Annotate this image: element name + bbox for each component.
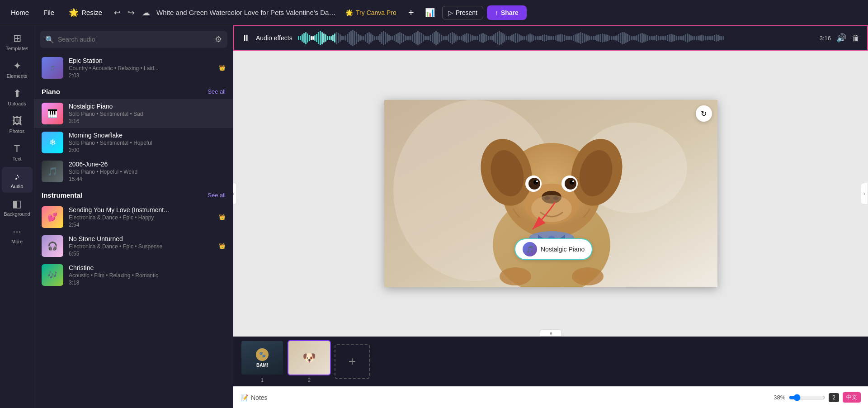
instrumental-section-header: Instrumental See all: [34, 186, 233, 203]
slide-thumb-1[interactable]: 🐾 BAM!: [241, 340, 284, 375]
collapse-right-panel-button[interactable]: ›: [861, 183, 868, 204]
notes-button[interactable]: 📝 Notes: [241, 394, 268, 401]
sidebar-item-label: Elements: [7, 73, 28, 79]
pro-crown-icon: 👑: [219, 243, 226, 249]
volume-button[interactable]: 🔊: [836, 33, 846, 43]
arrow-indicator: [519, 198, 573, 234]
slide-page-number-2: 2: [308, 377, 311, 383]
redo-button[interactable]: ↪: [125, 5, 137, 20]
track-name: Sending You My Love (Instrument...: [69, 206, 212, 213]
track-thumbnail: 🎶: [42, 264, 63, 286]
sidebar-item-templates[interactable]: ⊞ Templates: [2, 29, 33, 55]
filmstrip-item: 🐾 BAM! 1: [241, 340, 284, 383]
bottom-bar: 📝 Notes 38% 2 中文: [233, 386, 868, 408]
track-duration: 15:44: [69, 176, 226, 182]
sidebar-item-background[interactable]: ◧ Background: [2, 195, 33, 220]
sidebar-item-label: Text: [12, 156, 21, 161]
track-tags: Electronica & Dance • Epic • Happy: [69, 214, 212, 221]
zoom-percent: 38%: [774, 394, 785, 401]
list-item[interactable]: 🎵 2006-June-26 Solo Piano • Hopeful • We…: [34, 157, 233, 186]
try-pro-button[interactable]: 🌟 Try Canva Pro: [341, 6, 401, 19]
cloud-button[interactable]: ☁: [139, 5, 153, 20]
track-tags: Solo Piano • Sentimental • Hopeful: [69, 140, 226, 146]
piano-section-title: Piano: [42, 88, 60, 95]
page-number-button[interactable]: 2: [829, 393, 839, 402]
instrumental-section-title: Instrumental: [42, 191, 82, 199]
sidebar-item-uploads[interactable]: ⬆ Uploads: [2, 84, 33, 110]
delete-audio-button[interactable]: 🗑: [852, 33, 860, 43]
sidebar-item-photos[interactable]: 🖼 Photos: [2, 112, 33, 138]
notes-icon: 📝: [241, 394, 248, 401]
file-button[interactable]: File: [38, 6, 60, 19]
sidebar-item-label: Uploads: [8, 101, 26, 106]
filmstrip: 🐾 BAM! 1 🐶 2 +: [233, 337, 868, 386]
sidebar-item-audio[interactable]: ♪ Audio: [2, 167, 33, 193]
list-item[interactable]: 🎵 Epic Station Country • Acoustic • Rela…: [34, 53, 233, 82]
svg-point-20: [572, 180, 574, 182]
track-tags: Acoustic • Film • Relaxing • Romantic: [69, 272, 226, 279]
pro-crown-icon: 👑: [219, 214, 226, 220]
zoom-slider[interactable]: [789, 394, 825, 401]
slide-thumb-2[interactable]: 🐶: [288, 340, 331, 375]
track-info: Epic Station Country • Acoustic • Relaxi…: [69, 57, 212, 79]
track-thumbnail: 💕: [42, 206, 63, 228]
sidebar-item-label: Audio: [10, 184, 23, 189]
track-thumbnail: ❄: [42, 132, 63, 153]
track-tags: Electronica & Dance • Epic • Suspense: [69, 243, 212, 250]
chart-button[interactable]: 📊: [421, 6, 439, 19]
elements-icon: ✦: [13, 60, 21, 72]
undo-button[interactable]: ↩: [111, 5, 123, 20]
list-item[interactable]: 💕 Sending You My Love (Instrument... Ele…: [34, 203, 233, 232]
collapse-left-panel-button[interactable]: ‹: [233, 183, 237, 204]
track-info: Morning Snowflake Solo Piano • Sentiment…: [69, 132, 226, 153]
filmstrip-item: 🐶 2: [288, 340, 331, 383]
list-item[interactable]: 🎶 Christine Acoustic • Film • Relaxing •…: [34, 261, 233, 289]
track-thumbnail: 🎹: [42, 103, 63, 124]
canvas-slide[interactable]: 🎵 Nostalgic Piano ↻: [384, 100, 717, 287]
audio-label-bubble[interactable]: 🎵 Nostalgic Piano: [514, 238, 593, 260]
photos-icon: 🖼: [12, 115, 22, 127]
share-button[interactable]: ↑ Share: [487, 5, 527, 20]
home-button[interactable]: Home: [5, 6, 34, 19]
track-thumbnail: 🎧: [42, 235, 63, 257]
audio-panel: 🔍 ⚙ 🎵 Epic Station Country • Acoustic • …: [34, 25, 233, 408]
play-pause-button[interactable]: ⏸: [241, 33, 250, 43]
track-name: Morning Snowflake: [69, 132, 226, 139]
add-button[interactable]: +: [405, 5, 418, 20]
list-item[interactable]: ❄ Morning Snowflake Solo Piano • Sentime…: [34, 128, 233, 157]
topbar-right: 🌟 Try Canva Pro + 📊 ▷ Present ↑ Share: [341, 5, 527, 20]
piano-see-all-button[interactable]: See all: [208, 88, 226, 95]
audio-bubble-label: Nostalgic Piano: [541, 246, 585, 253]
waveform-bar: ⏸ Audio effects 3:16 🔊 🗑: [233, 25, 868, 51]
present-icon: ▷: [448, 9, 453, 16]
waveform-duration: 3:16: [820, 35, 831, 42]
sidebar-item-elements[interactable]: ✦ Elements: [2, 57, 33, 82]
track-name: Christine: [69, 264, 226, 271]
main-area: ⊞ Templates ✦ Elements ⬆ Uploads 🖼 Photo…: [0, 25, 868, 408]
track-list: 🎵 Epic Station Country • Acoustic • Rela…: [34, 53, 233, 408]
track-info: 2006-June-26 Solo Piano • Hopeful • Weir…: [69, 161, 226, 182]
canvas-main: ‹: [233, 51, 868, 337]
refresh-button[interactable]: ↻: [696, 105, 712, 122]
list-item[interactable]: 🎧 No Stone Unturned Electronica & Dance …: [34, 232, 233, 261]
waveform-visual: [298, 30, 814, 46]
resize-button[interactable]: 🌟 Resize: [63, 5, 108, 20]
sidebar-icons: ⊞ Templates ✦ Elements ⬆ Uploads 🖼 Photo…: [0, 25, 34, 408]
sidebar-item-label: Photos: [9, 128, 24, 134]
chinese-input-button[interactable]: 中文: [843, 392, 861, 403]
track-thumbnail: 🎵: [42, 161, 63, 182]
present-button[interactable]: ▷ Present: [442, 6, 483, 19]
collapse-bottom-panel-button[interactable]: ∨: [540, 329, 561, 337]
track-info: Christine Acoustic • Film • Relaxing • R…: [69, 264, 226, 286]
track-name: Nostalgic Piano: [69, 103, 226, 110]
filter-button[interactable]: ⚙: [215, 34, 222, 44]
track-duration: 2:03: [69, 72, 212, 79]
instrumental-see-all-button[interactable]: See all: [208, 192, 226, 199]
sidebar-item-more[interactable]: ··· More: [2, 222, 33, 248]
sidebar-item-text[interactable]: T Text: [2, 139, 33, 165]
list-item[interactable]: 🎹 Nostalgic Piano Solo Piano • Sentiment…: [34, 99, 233, 128]
track-info: No Stone Unturned Electronica & Dance • …: [69, 235, 212, 257]
background-icon: ◧: [12, 198, 22, 210]
add-slide-button[interactable]: +: [335, 344, 370, 379]
search-input[interactable]: [58, 36, 211, 43]
